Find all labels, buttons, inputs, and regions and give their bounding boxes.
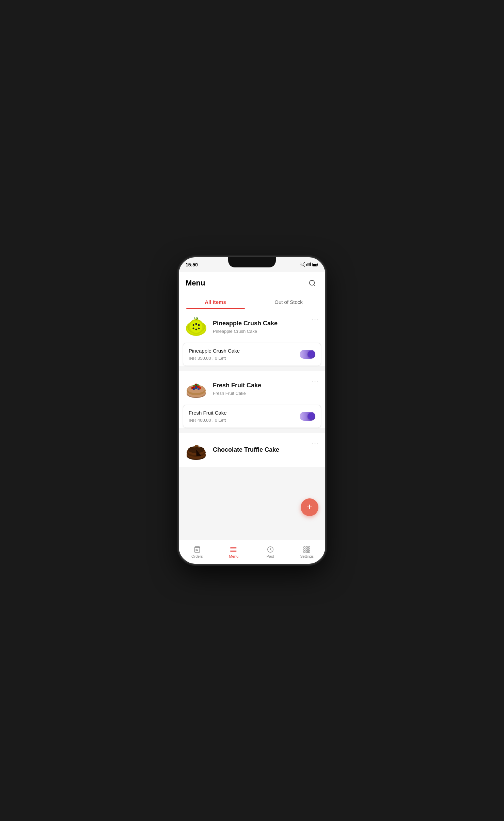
toggle-knob	[308, 351, 314, 358]
status-time: 15:50	[186, 262, 198, 267]
nav-orders[interactable]: Orders	[179, 540, 216, 564]
svg-rect-3	[309, 263, 310, 266]
svg-point-61	[231, 550, 231, 551]
item-name: Pineapple Crush Cake	[213, 320, 306, 327]
more-options-button[interactable]: ⋯	[311, 439, 320, 448]
menu-item-header: Fresh Fruit Cake Fresh Fruit Cake ⋯	[179, 371, 325, 405]
nav-settings[interactable]: Settings	[289, 540, 326, 564]
search-icon	[309, 279, 316, 287]
variant-name: Pineapple Crush Cake	[189, 348, 240, 354]
settings-icon	[303, 546, 311, 553]
menu-icon	[230, 546, 237, 553]
svg-point-13	[190, 321, 202, 333]
past-label: Past	[267, 554, 274, 558]
svg-point-17	[198, 328, 200, 329]
nav-menu[interactable]: Menu	[216, 540, 252, 564]
phone-frame: 15:50 Menu All Items Out of St	[179, 257, 325, 564]
item-name: Chocolate Truffle Cake	[213, 446, 306, 454]
svg-rect-67	[304, 549, 305, 551]
variant-price: INR 400.00 . 0 Left	[189, 418, 227, 423]
status-icons	[300, 262, 318, 267]
svg-rect-44	[195, 445, 199, 446]
svg-rect-65	[306, 547, 308, 548]
svg-rect-64	[304, 547, 305, 548]
svg-point-14	[193, 324, 194, 326]
svg-point-59	[231, 547, 231, 548]
svg-point-23	[195, 319, 196, 320]
variant-card-pineapple: Pineapple Crush Cake INR 350.00 . 0 Left	[183, 343, 321, 366]
menu-item-pineapple-crush: Pineapple Crush Cake Pineapple Crush Cak…	[179, 309, 325, 366]
menu-item-fresh-fruit: Fresh Fruit Cake Fresh Fruit Cake ⋯ Fres…	[179, 371, 325, 428]
menu-item-chocolate-truffle: Chocolate Truffle Cake ⋯	[179, 433, 325, 467]
svg-rect-68	[306, 549, 308, 551]
variant-info: Pineapple Crush Cake INR 350.00 . 0 Left	[189, 348, 240, 361]
phone-screen: 15:50 Menu All Items Out of St	[179, 257, 325, 564]
variant-name: Fresh Fruit Cake	[189, 410, 227, 416]
toggle-knob	[308, 413, 314, 420]
tab-out-of-stock[interactable]: Out of Stock	[252, 294, 325, 309]
svg-rect-66	[309, 547, 310, 548]
svg-point-19	[193, 328, 194, 329]
menu-item-header: Chocolate Truffle Cake ⋯	[179, 433, 325, 467]
item-subtitle: Fresh Fruit Cake	[213, 391, 306, 396]
menu-item-header: Pineapple Crush Cake Pineapple Crush Cak…	[179, 309, 325, 343]
svg-point-62	[231, 551, 231, 552]
variant-toggle-fruit[interactable]	[300, 412, 315, 421]
item-subtitle: Pineapple Crush Cake	[213, 329, 306, 334]
tab-all-items[interactable]: All Items	[179, 294, 252, 309]
menu-label: Menu	[229, 554, 238, 558]
page-title: Menu	[186, 279, 205, 288]
fruit-cake-image	[184, 377, 208, 401]
svg-rect-70	[304, 551, 305, 553]
variant-price: INR 350.00 . 0 Left	[189, 356, 240, 361]
svg-point-60	[231, 548, 231, 549]
svg-rect-71	[306, 551, 308, 553]
svg-point-35	[193, 388, 195, 390]
svg-line-8	[314, 284, 315, 286]
svg-point-16	[198, 324, 200, 326]
nav-past[interactable]: Past	[252, 540, 289, 564]
header: Menu	[179, 272, 325, 294]
notch	[228, 257, 276, 267]
svg-rect-72	[309, 551, 310, 553]
svg-rect-6	[313, 264, 317, 266]
svg-point-33	[195, 386, 198, 389]
orders-label: Orders	[191, 554, 203, 558]
variant-info: Fresh Fruit Cake INR 400.00 . 0 Left	[189, 410, 227, 423]
svg-rect-2	[308, 263, 308, 266]
variant-card-fruit: Fresh Fruit Cake INR 400.00 . 0 Left	[183, 405, 321, 428]
past-icon	[267, 546, 274, 553]
scroll-spacer	[179, 469, 325, 497]
more-options-button[interactable]: ⋯	[311, 377, 320, 386]
svg-point-18	[195, 329, 197, 330]
svg-point-34	[198, 388, 200, 390]
pineapple-cake-image	[184, 315, 208, 339]
tabs-bar: All Items Out of Stock	[179, 294, 325, 309]
fab-plus-icon: +	[307, 502, 312, 512]
bottom-nav: Orders Menu	[179, 540, 325, 564]
svg-rect-1	[306, 264, 307, 266]
item-info: Chocolate Truffle Cake	[213, 446, 306, 455]
settings-label: Settings	[300, 554, 314, 558]
menu-list: Pineapple Crush Cake Pineapple Crush Cak…	[179, 309, 325, 540]
chocolate-cake-image	[184, 439, 208, 463]
svg-rect-4	[310, 263, 311, 266]
add-item-fab[interactable]: +	[301, 498, 318, 516]
item-info: Pineapple Crush Cake Pineapple Crush Cak…	[213, 320, 306, 334]
svg-point-15	[195, 323, 197, 325]
svg-point-0	[302, 264, 303, 265]
variant-toggle-pineapple[interactable]	[300, 350, 315, 359]
search-button[interactable]	[306, 277, 318, 289]
orders-icon	[193, 546, 201, 553]
item-name: Fresh Fruit Cake	[213, 382, 306, 389]
more-options-button[interactable]: ⋯	[311, 315, 320, 324]
item-info: Fresh Fruit Cake Fresh Fruit Cake	[213, 382, 306, 396]
svg-rect-69	[309, 549, 310, 551]
svg-rect-50	[194, 548, 200, 553]
